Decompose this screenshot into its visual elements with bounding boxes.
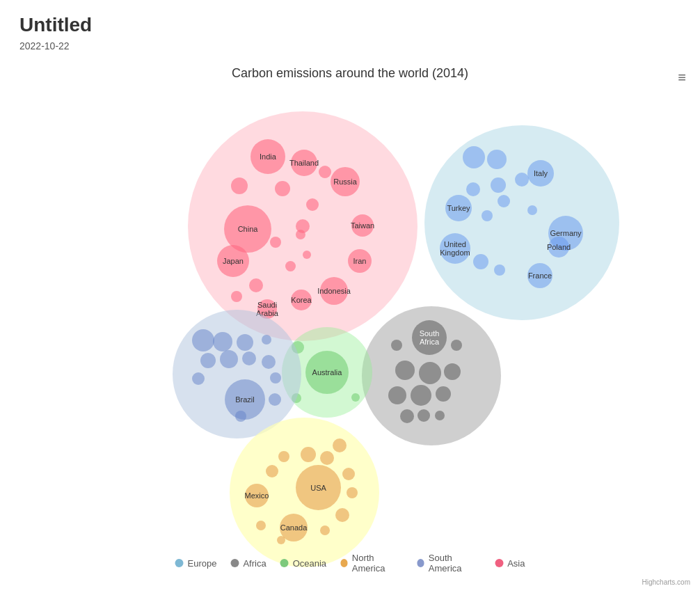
bubble-asia-small-11 [231, 291, 242, 302]
bubble-asia-small-8 [319, 166, 331, 178]
bubble-asia-small-1 [275, 181, 290, 196]
legend-item-north-america: North America [340, 553, 403, 574]
bubble-sa-small-1 [213, 332, 232, 351]
bubble-europe-small-8 [473, 254, 488, 269]
bubble-africa-small-7 [400, 409, 414, 423]
menu-icon[interactable]: ≡ [678, 70, 686, 86]
bubble-na-small-9 [256, 521, 266, 530]
bubble-africa-small-10 [391, 340, 402, 351]
bubble-na-small-11 [333, 438, 347, 452]
bubble-sa-small-2 [237, 334, 253, 351]
africa-group: South Africa [362, 306, 501, 445]
bubble-asia-small-4 [270, 237, 281, 248]
bubble-europe-small-2 [463, 146, 485, 168]
bubble-oceania-small-3 [351, 393, 360, 402]
bubble-mexico: Mexico [245, 484, 269, 507]
bubble-usa: USA [296, 465, 341, 510]
chart-area: China India Thailand Russia Japan Taiwan… [0, 90, 700, 564]
bubble-europe-small-9 [494, 264, 505, 276]
bubble-europe-small-6 [482, 210, 493, 221]
bubble-africa-small-8 [417, 409, 430, 422]
legend-label-africa: Africa [243, 558, 266, 569]
bubble-asia-small-2 [306, 198, 319, 211]
bubble-sa-small-8 [270, 372, 281, 384]
bubble-sa-small-7 [192, 372, 205, 385]
legend-label-asia: Asia [507, 558, 525, 569]
bubble-na-small-6 [278, 451, 289, 462]
bubble-asia-small-7 [303, 251, 311, 259]
bubble-europe-small-3 [491, 177, 506, 193]
bubble-africa-small-9 [435, 411, 445, 420]
bubble-indonesia: Indonesia [320, 277, 348, 305]
bubble-na-small-5 [335, 508, 349, 522]
legend-dot-europe [175, 559, 184, 567]
legend-item-europe: Europe [175, 558, 217, 569]
bubble-sa-small-4 [220, 350, 238, 368]
bubble-france: France [527, 263, 552, 288]
bubble-europe-small-5 [498, 195, 510, 207]
bubble-europe-small-1 [487, 150, 507, 169]
bubble-africa-small-3 [444, 363, 461, 380]
bubble-asia-small-10 [249, 278, 263, 292]
europe-group: Germany Italy Turkey United Kingdom Pola… [424, 125, 619, 320]
bubble-europe-small-10 [466, 182, 480, 196]
page-date: 2022-10-22 [19, 40, 70, 52]
bubble-na-small-7 [320, 525, 330, 535]
bubble-europe-small-7 [527, 205, 537, 215]
bubble-italy: Italy [527, 160, 554, 187]
bubble-na-small-2 [320, 451, 334, 465]
bubble-uk: United Kingdom [440, 233, 470, 264]
northamerica-group: USA Canada Mexico [230, 418, 379, 567]
legend-label-south-america: South America [429, 553, 481, 574]
bubble-india: India [250, 139, 285, 174]
legend-dot-oceania [280, 559, 289, 567]
bubble-na-small-3 [342, 468, 355, 480]
bubble-sa-small-11 [269, 393, 281, 406]
asia-group: China India Thailand Russia Japan Taiwan… [188, 111, 417, 341]
bubble-south-africa: South Africa [412, 320, 447, 355]
highcharts-credit: Highcharts.com [642, 578, 690, 586]
bubble-japan: Japan [217, 245, 249, 277]
bubble-australia: Australia [305, 351, 349, 394]
bubble-na-small-4 [347, 487, 358, 498]
page-title: Untitled [19, 14, 92, 36]
bubble-asia-small-5 [296, 230, 305, 239]
legend-label-oceania: Oceania [293, 558, 326, 569]
bubble-africa-small-6 [436, 386, 451, 402]
bubble-europe-small-4 [515, 173, 529, 187]
bubble-poland: Poland [548, 237, 569, 258]
bubble-turkey: Turkey [445, 195, 472, 221]
bubble-asia-small-9 [231, 177, 248, 194]
bubble-africa-small-1 [395, 361, 415, 380]
chart-title: Carbon emissions around the world (2014) [232, 66, 468, 81]
bubble-sa-small-5 [242, 351, 256, 365]
bubble-sa-small-6 [192, 329, 214, 351]
bubble-na-small-1 [301, 447, 316, 462]
legend-item-south-america: South America [417, 553, 481, 574]
bubble-na-small-8 [266, 465, 278, 477]
bubble-iran: Iran [348, 249, 372, 273]
bubble-africa-small-4 [388, 386, 406, 404]
legend-item-africa: Africa [230, 558, 266, 569]
bubble-africa-small-2 [419, 362, 441, 384]
bubble-taiwan: Taiwan [351, 214, 374, 237]
bubble-na-small-10 [277, 536, 285, 544]
bubble-sa-small-3 [200, 353, 216, 368]
bubble-thailand: Thailand [291, 150, 317, 176]
legend-item-oceania: Oceania [280, 558, 326, 569]
bubble-africa-small-11 [451, 340, 462, 351]
bubble-korea: Korea [291, 290, 312, 310]
legend-label-europe: Europe [188, 558, 217, 569]
legend-item-asia: Asia [495, 558, 525, 569]
legend-dot-africa [230, 559, 239, 567]
bubble-russia: Russia [331, 167, 360, 196]
bubble-sa-small-9 [262, 355, 276, 369]
southamerica-group: Brazil [173, 310, 301, 438]
bubble-asia-small-6 [285, 261, 296, 271]
bubble-africa-small-5 [411, 385, 431, 406]
legend-dot-south-america [417, 559, 424, 567]
legend-label-north-america: North America [352, 553, 403, 574]
legend: Europe Africa Oceania North America Sout… [175, 553, 525, 574]
legend-dot-asia [495, 559, 503, 567]
bubble-sa-small-10 [262, 335, 271, 345]
